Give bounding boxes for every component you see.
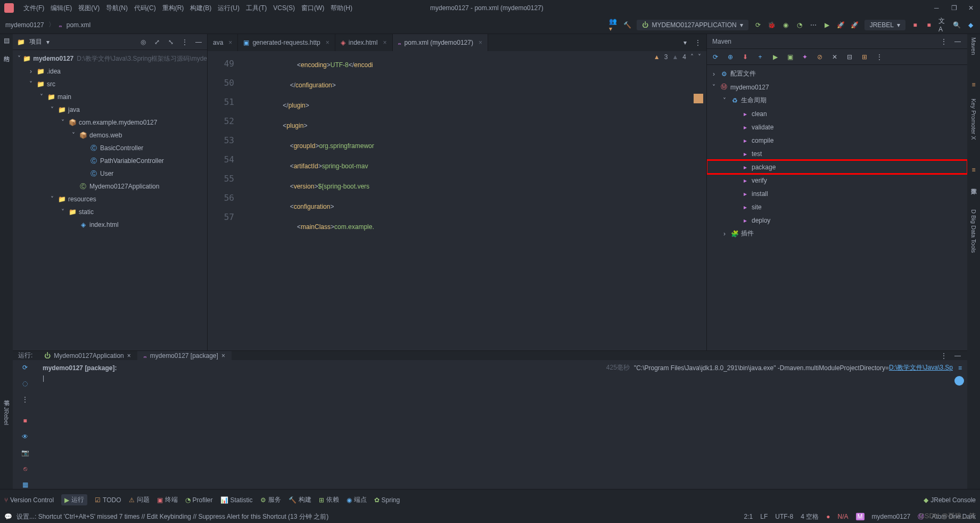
menu-window[interactable]: 窗口(W) <box>298 4 327 13</box>
maximize-icon[interactable]: ❐ <box>951 4 959 12</box>
run-config-select[interactable]: ⏻ MYDEMO0127APPLICATION ▾ <box>637 20 748 30</box>
status-indent[interactable]: 4 空格 <box>801 512 819 521</box>
menu-refactor[interactable]: 重构(R) <box>159 4 187 13</box>
dropdown-icon[interactable]: ▾ <box>681 38 689 47</box>
more-icon[interactable]: ⋮ <box>940 37 948 46</box>
more-icon[interactable]: ⋮ <box>940 352 948 360</box>
maven-goal-deploy[interactable]: ▸deploy <box>707 214 967 227</box>
bb-todo[interactable]: ☑TODO <box>95 496 121 504</box>
exit-icon[interactable]: ⎋ <box>21 464 29 473</box>
bb-terminal[interactable]: ▣终端 <box>157 495 178 504</box>
event-log-icon[interactable]: 💬 <box>4 513 12 520</box>
close-icon[interactable]: × <box>383 39 387 46</box>
more-icon[interactable]: ⋯ <box>809 21 818 29</box>
rocket2-icon[interactable]: 🚀 <box>851 21 859 29</box>
stop-icon[interactable]: ■ <box>21 416 29 425</box>
hide-icon[interactable]: — <box>953 352 962 360</box>
status-project[interactable]: mydemo0127 <box>872 513 911 520</box>
close-icon[interactable]: × <box>326 39 330 46</box>
hide-icon[interactable]: — <box>953 37 962 46</box>
close-icon[interactable]: × <box>221 352 225 359</box>
collapse-icon[interactable]: ⤡ <box>167 38 175 46</box>
more-icon[interactable]: ⋮ <box>180 38 189 46</box>
maven-stripe[interactable]: Maven <box>970 37 977 55</box>
breadcrumb-file[interactable]: pom.xml <box>67 21 90 29</box>
run-output[interactable]: mydemo0127 [package]: 425毫秒 "C:\Program … <box>37 360 967 505</box>
maven-goal-validate[interactable]: ▸validate <box>707 120 967 134</box>
menu-tools[interactable]: 工具(T) <box>243 4 270 13</box>
reload-icon[interactable]: ⟳ <box>711 53 720 61</box>
bug-icon[interactable]: 🐞 <box>768 21 776 29</box>
tree-src[interactable]: ˅ 📁 src <box>13 78 207 91</box>
layout-icon[interactable]: ▦ <box>21 480 29 489</box>
tree-demos[interactable]: ˅ 📦 demos.web <box>13 129 207 142</box>
add-icon[interactable]: + <box>756 53 764 61</box>
db-stripe-icon[interactable]: ≡ <box>969 166 978 174</box>
offline-icon[interactable]: ✕ <box>830 53 839 61</box>
codewithme-icon[interactable]: 👥▾ <box>609 21 617 29</box>
bb-services[interactable]: ⚙服务 <box>260 495 281 504</box>
skip-tests-icon[interactable]: ⊘ <box>816 53 824 61</box>
bb-run[interactable]: ▶运行 <box>61 494 87 505</box>
tree-application[interactable]: Ⓒ Mydemo0127Application <box>13 180 207 193</box>
target-icon[interactable]: ◎ <box>139 38 147 46</box>
menu-file[interactable]: 文件(F) <box>20 4 47 13</box>
run-tab-app[interactable]: ⏻ Mydemo0127Application × <box>38 351 137 360</box>
maven-lifecycle[interactable]: ˅ ♻ 生命周期 <box>707 94 967 107</box>
close-icon[interactable]: × <box>228 39 232 46</box>
maven-goal-clean[interactable]: ▸clean <box>707 107 967 120</box>
tree-root[interactable]: ˅ 📁 mydemo0127 D:\教学文件\Java\3.Spring框架练习… <box>13 52 207 65</box>
bb-statistic[interactable]: 📊Statistic <box>220 496 253 504</box>
maven-profiles[interactable]: › ⚙ 配置文件 <box>707 67 967 80</box>
breadcrumb-project[interactable]: mydemo0127 <box>5 21 44 29</box>
execute-icon[interactable]: ▣ <box>786 53 794 61</box>
tree-pathvarcontroller[interactable]: Ⓒ PathVariableController <box>13 154 207 167</box>
tree-indexhtml[interactable]: ◈ index.html <box>13 218 207 231</box>
more-vert-icon[interactable]: ⋮ <box>21 395 29 404</box>
breadcrumb-marker-icon[interactable] <box>694 94 703 103</box>
soft-wrap-icon[interactable]: ≡ <box>958 364 962 372</box>
camera-icon[interactable]: 📷 <box>21 448 29 457</box>
tree-basiccontroller[interactable]: Ⓒ BasicController <box>13 142 207 154</box>
collapse-all-icon[interactable]: ⊟ <box>845 53 854 61</box>
tree-idea[interactable]: › 📁 .idea <box>13 65 207 78</box>
generate-icon[interactable]: ⊕ <box>726 53 735 61</box>
maven-goal-install[interactable]: ▸install <box>707 187 967 200</box>
tree-resources[interactable]: ˅ 📁 resources <box>13 193 207 206</box>
toolbox-icon[interactable]: ◆ <box>966 21 975 29</box>
jrebel-select[interactable]: JREBEL ▾ <box>864 20 905 30</box>
show-deps-icon[interactable]: ⊞ <box>860 53 869 61</box>
maven-plugins[interactable]: › 🧩 插件 <box>707 227 967 240</box>
coverage-icon[interactable]: ◉ <box>781 21 790 29</box>
output-link[interactable]: D:\教学文件\Java\3.Sp <box>889 363 953 372</box>
minimize-icon[interactable]: ─ <box>934 4 942 12</box>
tab-html[interactable]: ◈ index.html × <box>335 34 393 51</box>
maven-goal-verify[interactable]: ▸verify <box>707 174 967 187</box>
status-encoding[interactable]: UTF-8 <box>775 513 793 520</box>
maven-goal-site[interactable]: ▸site <box>707 200 967 214</box>
tab-java[interactable]: ava × <box>208 34 238 51</box>
more-icon[interactable]: ⋮ <box>694 38 702 47</box>
tab-pom[interactable]: ⩋ pom.xml (mydemo0127) × <box>393 34 488 51</box>
jrebel-stripe[interactable]: JRebel <box>3 407 10 425</box>
maven-goal-compile[interactable]: ▸compile <box>707 134 967 147</box>
tree-java[interactable]: ˅ 📁 java <box>13 103 207 116</box>
close-icon[interactable]: × <box>479 39 482 46</box>
chevron-down-icon[interactable]: ▾ <box>46 38 50 46</box>
bb-build[interactable]: 🔨构建 <box>289 495 311 504</box>
tree-main[interactable]: ˅ 📁 main <box>13 91 207 103</box>
tab-http[interactable]: ▣ generated-requests.http × <box>238 34 335 51</box>
menu-edit[interactable]: 编辑(E) <box>47 4 75 13</box>
menu-build[interactable]: 构建(B) <box>187 4 215 13</box>
stop-icon[interactable]: ■ <box>911 21 919 29</box>
run-tab-package[interactable]: ⩋ mydemo0127 [package] × <box>137 351 232 360</box>
menu-vcs[interactable]: VCS(S) <box>270 4 298 12</box>
memory-icon[interactable]: ● <box>826 513 830 520</box>
reload-icon[interactable]: ⟳ <box>754 21 762 29</box>
bb-deps[interactable]: ⊞依赖 <box>319 495 339 504</box>
tree-package[interactable]: ˅ 📦 com.example.mydemo0127 <box>13 116 207 129</box>
scroll-indicator-icon[interactable] <box>954 376 964 386</box>
maven-goal-package[interactable]: ▸package <box>707 160 967 174</box>
search-icon[interactable]: 🔍 <box>952 21 961 29</box>
translate-icon[interactable]: 文A <box>938 21 947 29</box>
